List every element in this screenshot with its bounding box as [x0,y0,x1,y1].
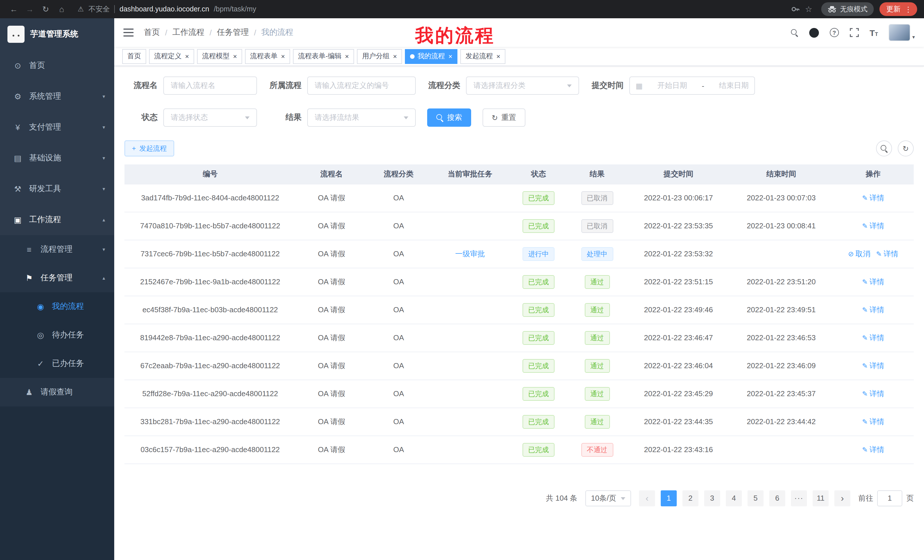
cell-id: 2152467e-7b9b-11ec-9a1b-acde48001122 [124,268,296,296]
detail-action[interactable]: ✎详情 [876,249,898,259]
sidebar-item-workflow[interactable]: ▣工作流程▴ [0,204,114,235]
sidebar-item-system[interactable]: ⚙系统管理▾ [0,81,114,112]
filter-buttons: 搜索 [427,108,471,127]
avatar[interactable] [889,24,910,41]
tab-label: 我的流程 [417,51,445,61]
toggle-search-button[interactable] [876,141,892,156]
create-process-button[interactable]: +发起流程 [124,141,174,156]
pager-page-11[interactable]: 11 [813,490,829,506]
tab-my-process[interactable]: 我的流程× [405,49,458,64]
pager-page-6[interactable]: 6 [769,490,785,506]
close-icon[interactable]: × [233,52,237,60]
detail-action[interactable]: ✎详情 [862,445,884,455]
menu-icon[interactable]: ⋮ [904,5,912,13]
pager-more[interactable]: ··· [791,490,807,506]
app-logo[interactable]: 芋道管理系统 [0,18,114,50]
process-name-input[interactable]: 请输入流程名 [164,76,257,95]
detail-action[interactable]: ✎详情 [862,221,884,231]
hamburger-icon[interactable] [123,28,134,36]
category-select[interactable]: 请选择流程分类 [466,76,579,95]
sidebar-item-home[interactable]: ⊙首页 [0,50,114,81]
close-icon[interactable]: × [345,52,349,60]
cell-id: 52ffd28e-7b9a-11ec-a290-acde48001122 [124,380,296,407]
forward-icon[interactable]: → [23,4,36,14]
address-bar[interactable]: ⚠ 不安全 dashboard.yudao.iocoder.cn/bpm/tas… [78,4,256,14]
close-icon[interactable]: × [496,52,500,60]
status-select[interactable]: 请选择状态 [164,108,257,127]
detail-action[interactable]: ✎详情 [862,193,884,203]
pager-prev[interactable]: ‹ [639,490,655,506]
sidebar-item-label: 研发工具 [29,184,99,194]
sidebar-item-label: 基础设施 [29,153,99,163]
search-button[interactable]: 搜索 [427,108,471,127]
jump-suffix: 页 [906,493,914,503]
breadcrumb-item[interactable]: 任务管理 [217,27,249,38]
security-label[interactable]: 不安全 [88,4,110,14]
close-icon[interactable]: × [185,52,189,60]
tab-start-process[interactable]: 发起流程× [460,49,506,64]
tab-process-form-edit[interactable]: 流程表单-编辑× [293,49,354,64]
close-icon[interactable]: × [448,52,452,60]
detail-action[interactable]: ✎详情 [862,388,884,399]
sidebar-item-label: 任务管理 [40,273,99,283]
sidebar-item-todo-tasks[interactable]: ◎待办任务 [0,321,114,349]
reset-button[interactable]: ↻重置 [483,108,525,127]
back-icon[interactable]: ← [7,4,21,14]
help-icon[interactable]: ? [830,28,839,37]
jump-page-input[interactable]: 1 [877,490,902,506]
pager-jump: 前往 1 页 [858,490,914,506]
github-icon[interactable] [809,28,819,37]
pager-page-5[interactable]: 5 [747,490,764,506]
detail-action[interactable]: ✎详情 [862,332,884,343]
cancel-action[interactable]: ⊘取消 [848,249,870,259]
active-dot-icon [410,54,415,58]
sidebar-item-payment[interactable]: ¥支付管理▾ [0,112,114,143]
pager-page-1[interactable]: 1 [661,490,677,506]
sidebar-item-process-mgmt[interactable]: ≡流程管理▾ [0,235,114,264]
update-button[interactable]: 更新 ⋮ [879,2,917,16]
chevron-down-icon: ▾ [102,124,105,130]
detail-action[interactable]: ✎详情 [862,304,884,315]
tab-user-group[interactable]: 用户分组× [357,49,402,64]
tab-process-form[interactable]: 流程表单× [245,49,290,64]
close-icon[interactable]: × [281,52,285,60]
user-menu[interactable]: ▾ [889,24,915,41]
breadcrumb-item[interactable]: 首页 [144,27,160,38]
sidebar-item-task-mgmt[interactable]: ⚑任务管理▴ [0,264,114,292]
tab-process-model[interactable]: 流程模型× [197,49,242,64]
sidebar-item-my-process[interactable]: ◉我的流程 [0,292,114,321]
owner-process-label: 所属流程 [268,81,302,91]
result-select[interactable]: 请选择流结果 [307,108,416,127]
star-icon[interactable]: ☆ [802,4,816,14]
detail-action[interactable]: ✎详情 [862,416,884,427]
home-icon[interactable]: ⌂ [55,4,69,14]
key-icon[interactable] [790,4,800,14]
refresh-button[interactable]: ↻ [898,141,914,156]
detail-action[interactable]: ✎详情 [862,361,884,371]
search-icon[interactable] [791,29,798,36]
tab-home[interactable]: 首页 [122,49,146,64]
pager-page-2[interactable]: 2 [682,490,698,506]
cell-end-time: 2022-01-22 23:46:09 [730,352,832,380]
reload-icon[interactable]: ↻ [39,4,52,14]
font-size-icon[interactable]: TT [870,28,878,37]
close-icon[interactable]: × [393,52,397,60]
detail-action[interactable]: ✎详情 [862,277,884,287]
page-size-select[interactable]: 10条/页 [585,490,631,506]
sidebar-item-devtools[interactable]: ⚒研发工具▾ [0,174,114,204]
submit-time-range-input[interactable]: ▦ 开始日期 - 结束日期 [629,76,755,95]
owner-process-input[interactable]: 请输入流程定义的编号 [307,76,416,95]
breadcrumb-item[interactable]: 工作流程 [172,27,204,38]
sidebar-item-infrastructure[interactable]: ▤基础设施▾ [0,143,114,174]
column-header: 状态 [510,165,567,184]
pager-page-3[interactable]: 3 [704,490,720,506]
current-task-link[interactable]: 一级审批 [455,249,485,258]
pager-page-4[interactable]: 4 [726,490,742,506]
sidebar-item-done-tasks[interactable]: ✓已办任务 [0,349,114,378]
tab-process-definition[interactable]: 流程定义× [149,49,194,64]
sidebar-item-leave-query[interactable]: ♟请假查询 [0,378,114,406]
pager-next[interactable]: › [834,490,850,506]
result-badge: 已取消 [581,219,613,233]
fullscreen-icon[interactable] [850,28,859,37]
cell-current-task [430,407,510,436]
